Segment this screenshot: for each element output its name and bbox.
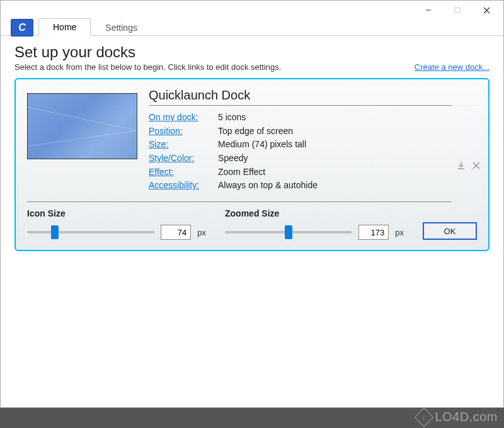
- watermark: ↓ LO4D.com: [417, 410, 498, 424]
- dock-preview-thumbnail[interactable]: [27, 93, 137, 159]
- watermark-text: LO4D.com: [435, 410, 498, 424]
- prop-on-my-dock-value: 5 icons: [218, 111, 246, 125]
- zoomed-size-slider[interactable]: [225, 231, 352, 234]
- icon-size-input[interactable]: [161, 225, 191, 240]
- page-subtitle: Select a dock from the list below to beg…: [14, 62, 490, 72]
- svg-rect-1: [455, 8, 460, 13]
- page-title: Set up your docks: [14, 43, 490, 61]
- prop-position-link[interactable]: Position:: [149, 125, 212, 138]
- download-icon[interactable]: [455, 160, 467, 171]
- prop-effect-value: Zoom Effect: [218, 166, 265, 179]
- icon-size-slider[interactable]: [27, 231, 154, 234]
- slider-section: Icon Size px Zoomed Size: [27, 208, 477, 240]
- zoomed-size-unit: px: [395, 228, 404, 237]
- zoomed-size-label: Zoomed Size: [225, 208, 404, 218]
- dock-action-icons: [455, 160, 482, 171]
- watermark-icon: ↓: [415, 407, 434, 427]
- prop-style-value: Speedy: [218, 152, 248, 166]
- prop-effect-link[interactable]: Effect:: [149, 166, 212, 179]
- tab-settings[interactable]: Settings: [91, 19, 152, 36]
- maximize-button[interactable]: [443, 1, 472, 20]
- prop-on-my-dock-link[interactable]: On my dock:: [149, 111, 212, 125]
- ok-button[interactable]: OK: [423, 222, 477, 240]
- prop-accessibility-value: Always on top & autohide: [218, 179, 318, 193]
- zoomed-size-input[interactable]: [358, 225, 389, 240]
- icon-size-label: Icon Size: [27, 208, 206, 218]
- prop-size-value: Medium (74) pixels tall: [218, 138, 306, 152]
- prop-position-value: Top edge of screen: [218, 125, 293, 138]
- minimize-button[interactable]: [414, 1, 443, 20]
- prop-style-link[interactable]: Style/Color:: [149, 152, 212, 166]
- create-dock-link[interactable]: Create a new dock...: [415, 62, 490, 72]
- close-button[interactable]: [472, 1, 501, 20]
- panel-divider-icon: [27, 201, 477, 202]
- dock-panel: Quicklaunch Dock On my dock:5 icons Posi…: [14, 78, 490, 251]
- content-area: Set up your docks Select a dock from the…: [1, 36, 503, 259]
- app-window: C Home Settings Set up your docks Select…: [0, 0, 504, 408]
- icon-size-handle[interactable]: [51, 225, 59, 239]
- zoomed-size-handle[interactable]: [285, 225, 292, 239]
- prop-size-link[interactable]: Size:: [149, 138, 212, 152]
- tab-home[interactable]: Home: [38, 18, 91, 36]
- dock-name: Quicklaunch Dock: [149, 88, 477, 106]
- icon-size-unit: px: [197, 228, 206, 237]
- app-icon: C: [11, 19, 33, 37]
- prop-accessibility-link[interactable]: Accessibility:: [149, 179, 212, 193]
- delete-icon[interactable]: [471, 160, 482, 171]
- dock-details: Quicklaunch Dock On my dock:5 icons Posi…: [149, 88, 477, 193]
- subtitle-text: Select a dock from the list below to beg…: [14, 62, 281, 72]
